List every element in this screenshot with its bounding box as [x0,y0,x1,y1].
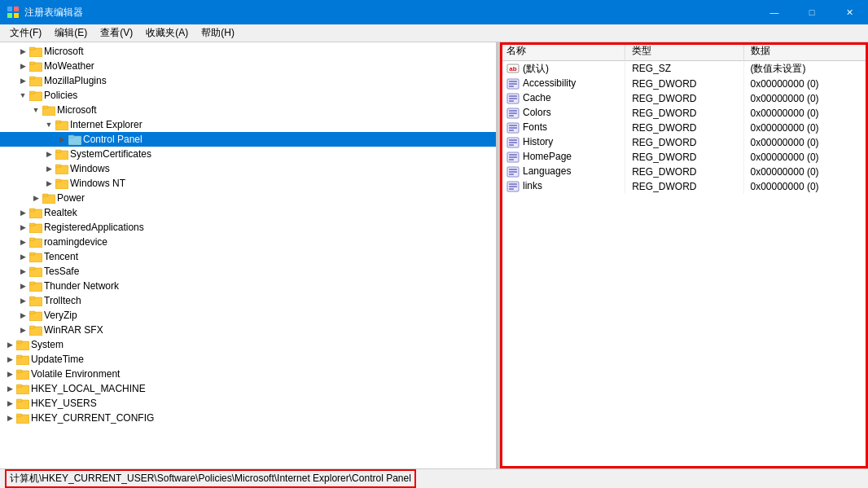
tree-item[interactable]: ▶ WinRAR SFX [0,323,496,337]
tree-expander-icon[interactable]: ▶ [16,323,29,336]
table-row[interactable]: ab (默认)REG_SZ(数值未设置) [500,60,868,77]
folder-icon [29,45,42,58]
tree-item[interactable]: ▶ TesSafe [0,264,496,279]
tree-item-label: HKEY_CURRENT_CONFIG [31,412,154,424]
table-row[interactable]: AccessibilityREG_DWORD0x00000000 (0) [500,77,868,91]
tree-expander-icon[interactable]: ▶ [16,45,29,58]
tree-item[interactable]: ▶ Trolltech [0,293,496,308]
tree-item[interactable]: ▼ Internet Explorer [0,117,496,132]
cell-data: 0x00000000 (0) [743,121,868,135]
tree-expander-icon[interactable]: ▶ [3,382,16,395]
cell-type: REG_DWORD [625,179,743,194]
tree-item[interactable]: ▶ HKEY_CURRENT_CONFIG [0,411,496,425]
menu-view[interactable]: 查看(V) [94,24,139,42]
tree-pane[interactable]: ▶ Microsoft▶ MoWeather▶ MozillaPlugins▼ … [0,42,497,468]
tree-item[interactable]: ▶ Microsoft [0,44,496,59]
tree-item[interactable]: ▶ Windows [0,161,496,176]
table-row[interactable]: HistoryREG_DWORD0x00000000 (0) [500,135,868,150]
tree-expander-icon[interactable]: ▶ [42,162,55,175]
tree-item[interactable]: ▶ Tencent [0,249,496,264]
table-row[interactable]: HomePageREG_DWORD0x00000000 (0) [500,150,868,165]
tree-expander-icon[interactable]: ▶ [16,265,29,278]
tree-expander-icon[interactable]: ▶ [16,250,29,263]
tree-item[interactable]: ▶ Thunder Network [0,279,496,293]
tree-item[interactable]: ▶ Control Panel [0,132,496,147]
tree-item[interactable]: ▼ Microsoft [0,103,496,117]
tree-expander-icon[interactable]: ▶ [29,191,42,204]
tree-item-label: Trolltech [44,295,81,306]
tree-expander-icon[interactable]: ▶ [16,279,29,292]
folder-icon [29,89,42,102]
table-row[interactable]: ColorsREG_DWORD0x00000000 (0) [500,106,868,121]
tree-expander-icon[interactable]: ▼ [16,89,29,102]
tree-expander-icon[interactable]: ▼ [42,118,55,131]
svg-rect-51 [16,385,22,387]
folder-icon [55,162,68,175]
menu-help[interactable]: 帮助(H) [195,24,241,42]
tree-item[interactable]: ▶ Realtek [0,205,496,220]
svg-rect-15 [55,121,61,123]
tree-expander-icon[interactable]: ▶ [42,177,55,190]
tree-item[interactable]: ▶ SystemCertificates [0,147,496,161]
tree-expander-icon[interactable]: ▶ [16,294,29,307]
svg-rect-53 [16,399,22,402]
window-controls: — □ ✕ [756,0,868,24]
folder-icon [16,353,29,366]
tree-expander-icon[interactable]: ▶ [3,367,16,380]
table-row[interactable]: CacheREG_DWORD0x00000000 (0) [500,91,868,106]
cell-name: Colors [500,106,625,121]
tree-item-label: Microsoft [57,104,97,116]
menu-favorites[interactable]: 收藏夹(A) [139,24,195,42]
cell-data: 0x00000000 (0) [743,106,868,121]
table-row[interactable]: linksREG_DWORD0x00000000 (0) [500,179,868,194]
tree-item[interactable]: ▶ System [0,337,496,352]
tree-expander-icon[interactable]: ▶ [3,353,16,366]
tree-item-label: RegisteredApplications [44,222,144,233]
tree-item-label: Tencent [44,251,78,262]
tree-item[interactable]: ▶ UpdateTime [0,352,496,367]
tree-expander-icon[interactable]: ▶ [16,309,29,322]
tree-expander-icon[interactable]: ▶ [3,338,16,351]
tree-item[interactable]: ▶ roamingdevice [0,235,496,249]
tree-item[interactable]: ▶ MoWeather [0,59,496,73]
svg-rect-73 [509,130,514,131]
tree-item[interactable]: ▶ VeryZip [0,308,496,323]
tree-expander-icon[interactable]: ▶ [3,411,16,424]
folder-icon [29,265,42,278]
tree-item-label: SystemCertificates [70,148,151,160]
maximize-button[interactable]: □ [793,0,831,24]
tree-expander-icon[interactable]: ▼ [29,103,42,117]
tree-expander-icon[interactable]: ▶ [16,59,29,73]
tree-expander-icon[interactable]: ▶ [16,206,29,219]
tree-item[interactable]: ▶ HKEY_USERS [0,396,496,411]
menu-edit[interactable]: 编辑(E) [48,24,94,42]
tree-expander-icon[interactable]: ▶ [16,221,29,234]
tree-item[interactable]: ▶ Volatile Environment [0,367,496,381]
tree-expander-icon[interactable]: ▶ [55,133,68,146]
close-button[interactable]: ✕ [831,0,868,24]
menu-file[interactable]: 文件(F) [3,24,48,42]
tree-item[interactable]: ▼ Policies [0,88,496,103]
table-row[interactable]: FontsREG_DWORD0x00000000 (0) [500,121,868,135]
cell-name: Languages [500,165,625,179]
tree-item[interactable]: ▶ Windows NT [0,176,496,191]
folder-icon [29,279,42,292]
table-row[interactable]: LanguagesREG_DWORD0x00000000 (0) [500,165,868,179]
tree-expander-icon[interactable]: ▶ [3,397,16,410]
right-pane[interactable]: 名称 类型 数据 ab (默认)REG_SZ(数值未设置) Accessibil… [500,42,868,468]
svg-rect-83 [509,169,517,170]
folder-icon [29,221,42,234]
svg-rect-19 [55,150,61,152]
tree-expander-icon[interactable]: ▶ [16,235,29,248]
tree-item[interactable]: ▶ HKEY_LOCAL_MACHINE [0,381,496,396]
minimize-button[interactable]: — [756,0,793,24]
tree-item-label: UpdateTime [31,354,84,365]
tree-expander-icon[interactable]: ▶ [16,74,29,87]
app-icon [7,6,20,19]
tree-expander-icon[interactable]: ▶ [42,147,55,160]
tree-item[interactable]: ▶ MozillaPlugins [0,73,496,88]
tree-item[interactable]: ▶ RegisteredApplications [0,220,496,235]
tree-item[interactable]: ▶ Power [0,191,496,205]
tree-item-label: Policies [44,90,77,101]
cell-type: REG_DWORD [625,106,743,121]
